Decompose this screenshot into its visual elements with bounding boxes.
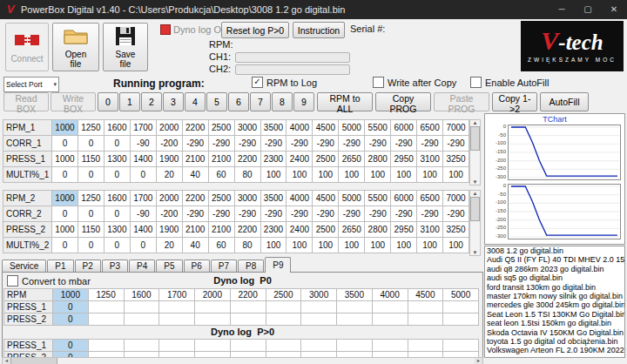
maximize-button[interactable]: ▢ [575, 0, 601, 19]
value-cell[interactable] [443, 301, 479, 313]
value-cell[interactable]: 2100 [208, 222, 234, 238]
value-cell[interactable] [266, 340, 301, 352]
value-cell[interactable]: 6000 [391, 191, 417, 206]
rpm-to-all-button[interactable]: RPM to ALL [317, 92, 373, 111]
value-cell[interactable] [408, 340, 443, 352]
value-cell[interactable]: 2100 [182, 152, 208, 167]
value-cell[interactable]: 1300 [104, 222, 130, 238]
value-cell[interactable]: -290 [313, 206, 339, 222]
value-cell[interactable]: 1000 [52, 120, 78, 136]
file-list-item[interactable]: Seat Leon 1.5 TSI 130KM Go Digital.bin [485, 310, 624, 319]
value-cell[interactable]: 7000 [443, 120, 469, 136]
tab-p7[interactable]: P7 [211, 260, 237, 273]
value-cell[interactable]: 80 [234, 167, 260, 183]
value-cell[interactable]: -290 [234, 206, 260, 222]
value-cell[interactable]: 2800 [365, 222, 391, 238]
value-cell[interactable]: 0 [52, 136, 78, 152]
value-cell[interactable]: 40 [182, 167, 208, 183]
value-cell[interactable] [443, 313, 479, 326]
connect-button[interactable]: Connect [5, 23, 49, 71]
value-cell[interactable]: 3000 [234, 120, 260, 136]
value-cell[interactable]: 3250 [443, 152, 469, 167]
tab-p4[interactable]: P4 [129, 260, 155, 273]
value-cell[interactable]: 5000 [339, 191, 365, 206]
digit-button-1[interactable]: 1 [119, 92, 140, 111]
file-list-item[interactable]: audi q8 286km 2023 go digital.bin [485, 265, 624, 273]
value-cell[interactable]: -90 [130, 136, 156, 152]
paste-prog-button[interactable]: Paste PROG [434, 92, 489, 111]
value-cell[interactable] [124, 313, 159, 326]
file-list-item[interactable]: 3008 1.2 go digital.bin [485, 246, 624, 255]
value-cell[interactable]: 0 [52, 167, 78, 183]
instruction-button[interactable]: Instruction [293, 22, 345, 38]
value-cell[interactable]: 5000 [339, 120, 365, 136]
tab-p9[interactable]: P9 [265, 257, 291, 273]
value-cell[interactable]: -290 [313, 136, 339, 152]
scrollbar-thumb[interactable] [470, 197, 480, 221]
value-cell[interactable] [230, 301, 266, 313]
value-cell[interactable] [337, 313, 373, 326]
digit-button-5[interactable]: 5 [206, 92, 227, 111]
value-cell[interactable]: 0 [104, 136, 130, 152]
value-cell[interactable]: -290 [287, 136, 313, 152]
value-cell[interactable]: 6500 [417, 120, 443, 136]
value-cell[interactable]: 20 [156, 238, 182, 253]
value-cell[interactable]: 4000 [287, 191, 313, 206]
value-cell[interactable]: -290 [260, 206, 287, 222]
digit-button-4[interactable]: 4 [185, 92, 206, 111]
value-cell[interactable]: 0 [53, 301, 89, 313]
file-list-item[interactable]: ford transit 130km go digital.bin [485, 283, 624, 292]
tab-p1[interactable]: P1 [47, 260, 73, 273]
digit-button-3[interactable]: 3 [163, 92, 184, 111]
value-cell[interactable] [159, 313, 195, 326]
value-cell[interactable]: 4500 [313, 120, 339, 136]
dyno-log-toggle[interactable]: Dyno log ON [173, 24, 228, 35]
value-cell[interactable]: 1150 [78, 152, 104, 167]
file-list-item[interactable]: Skoda Octavia IV 150KM Go Digital.bin [485, 328, 624, 337]
value-cell[interactable] [372, 301, 408, 313]
value-cell[interactable]: 100 [417, 167, 443, 183]
value-cell[interactable]: 1000 [53, 289, 89, 301]
value-cell[interactable]: 100 [287, 238, 313, 253]
value-cell[interactable]: 2200 [230, 289, 266, 301]
value-cell[interactable]: 2400 [287, 222, 313, 238]
value-cell[interactable]: 0 [130, 238, 156, 253]
value-cell[interactable]: 0 [130, 167, 156, 183]
write-box-button[interactable]: Write BOX [51, 92, 96, 111]
value-cell[interactable]: -290 [417, 206, 443, 222]
value-cell[interactable]: 1900 [156, 222, 182, 238]
value-cell[interactable]: 40 [182, 238, 208, 253]
value-cell[interactable]: 100 [417, 238, 443, 253]
value-cell[interactable]: 1600 [104, 120, 130, 136]
value-cell[interactable]: -200 [156, 206, 182, 222]
value-cell[interactable]: 3250 [443, 222, 469, 238]
value-cell[interactable]: -290 [260, 136, 287, 152]
checkbox-write-after-copy[interactable]: Write after Copy [373, 77, 456, 88]
value-cell[interactable]: 100 [260, 167, 287, 183]
tab-p3[interactable]: P3 [102, 260, 128, 273]
value-cell[interactable] [337, 340, 373, 352]
copy-prog-button[interactable]: Copy PROG [375, 92, 431, 111]
value-cell[interactable]: -290 [365, 206, 391, 222]
scroll-down-icon[interactable]: ▼ [473, 250, 478, 255]
value-cell[interactable]: -290 [208, 136, 234, 152]
digit-button-6[interactable]: 6 [228, 92, 249, 111]
digit-button-7[interactable]: 7 [250, 92, 271, 111]
value-cell[interactable]: 2200 [182, 191, 208, 206]
scroll-down-icon[interactable]: ▼ [473, 179, 478, 185]
value-cell[interactable]: 2300 [260, 152, 287, 167]
value-cell[interactable]: 4000 [372, 289, 408, 301]
value-cell[interactable]: 0 [104, 238, 130, 253]
scrollbar-track[interactable] [57, 358, 475, 364]
value-cell[interactable]: 2650 [339, 152, 365, 167]
value-cell[interactable]: 6500 [417, 191, 443, 206]
value-cell[interactable]: 5500 [365, 120, 391, 136]
value-cell[interactable]: 1700 [159, 289, 195, 301]
value-cell[interactable] [230, 340, 266, 352]
value-cell[interactable]: 4500 [408, 289, 443, 301]
value-cell[interactable]: 3000 [234, 191, 260, 206]
value-cell[interactable] [195, 340, 231, 352]
value-cell[interactable]: 0 [52, 206, 78, 222]
tab-p5[interactable]: P5 [156, 260, 182, 273]
value-cell[interactable]: 3100 [417, 152, 443, 167]
